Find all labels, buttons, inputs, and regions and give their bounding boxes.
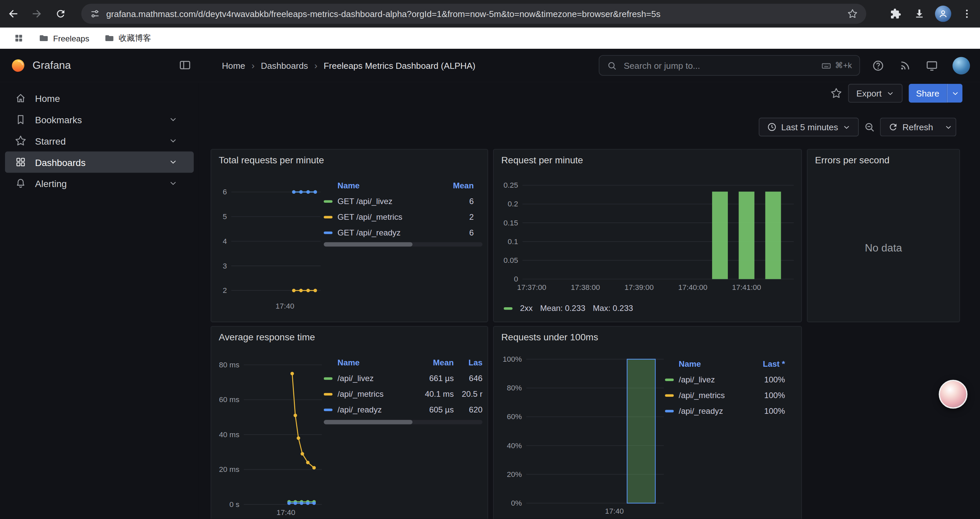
panel-title[interactable]: Errors per second: [808, 150, 959, 165]
chevron-down-icon[interactable]: [169, 136, 177, 145]
favorite-star-icon[interactable]: [830, 88, 842, 99]
downloads-button[interactable]: [908, 3, 930, 24]
legend-col-last[interactable]: Las: [453, 358, 482, 367]
home-icon: [15, 93, 26, 104]
sidebar-item-starred[interactable]: Starred: [5, 130, 194, 152]
reload-button[interactable]: [50, 3, 72, 24]
user-avatar[interactable]: [953, 57, 970, 74]
refresh-button[interactable]: Refresh: [880, 118, 941, 136]
legend-row[interactable]: /api/_metrics 100%: [665, 387, 794, 403]
sidebar-item-label: Alerting: [35, 178, 67, 189]
svg-text:40%: 40%: [507, 442, 522, 450]
bookmark-label: Freeleaps: [53, 34, 89, 43]
panel-title[interactable]: Total requests per minute: [211, 150, 487, 165]
series-last: 20.5 r: [453, 389, 482, 398]
sidebar-item-bookmarks[interactable]: Bookmarks: [5, 109, 194, 130]
bookmark-folder-blogs[interactable]: 收藏博客: [98, 30, 158, 46]
breadcrumb-dashboards[interactable]: Dashboards: [261, 61, 308, 70]
breadcrumb-separator: ›: [314, 60, 317, 71]
profile-button[interactable]: [932, 3, 954, 24]
help-icon[interactable]: [872, 59, 884, 72]
series-swatch: [665, 378, 674, 381]
legend-row[interactable]: GET /api/_livez 6: [324, 193, 483, 209]
bell-icon: [15, 178, 26, 189]
url-bar[interactable]: grafana.mathmast.com/d/deytv4rwavabkb/fr…: [81, 4, 866, 24]
kebab-menu-icon: [961, 8, 973, 19]
grafana-home-link[interactable]: Grafana: [10, 49, 71, 82]
sidebar-item-alerting[interactable]: Alerting: [5, 172, 194, 194]
bookmark-icon: [15, 114, 26, 125]
breadcrumb-separator: ›: [251, 60, 255, 71]
legend-row[interactable]: GET /api/_readyz 6: [324, 225, 483, 241]
back-button[interactable]: [2, 3, 24, 24]
svg-text:0: 0: [514, 275, 519, 283]
reload-icon: [55, 8, 66, 19]
forward-button[interactable]: [26, 3, 48, 24]
search-icon: [607, 61, 617, 70]
series-swatch: [504, 307, 512, 309]
search-box[interactable]: ⌘+k: [599, 55, 860, 76]
legend-inline[interactable]: 2xx Mean: 0.233 Max: 0.233: [504, 303, 633, 313]
legend-row[interactable]: /api/_livez 661 µs 646: [324, 370, 483, 386]
series-swatch: [324, 216, 332, 218]
export-button[interactable]: Export: [848, 84, 902, 102]
share-button[interactable]: Share: [908, 84, 947, 102]
apps-grid-button[interactable]: [7, 31, 30, 46]
legend-col-mean[interactable]: Mean: [410, 358, 453, 367]
sidebar-item-label: Dashboards: [35, 156, 86, 167]
breadcrumb-home[interactable]: Home: [222, 61, 245, 70]
assistant-avatar-button[interactable]: [939, 380, 967, 409]
extensions-button[interactable]: [885, 3, 906, 24]
time-range-picker[interactable]: Last 5 minutes: [759, 118, 859, 136]
series-swatch: [324, 377, 332, 379]
search-shortcut: ⌘+k: [821, 61, 852, 70]
rss-news-icon[interactable]: [899, 59, 911, 72]
browser-menu-button[interactable]: [956, 3, 978, 24]
svg-text:17:40: 17:40: [605, 507, 624, 515]
legend-col-name[interactable]: Name: [665, 359, 701, 368]
legend-table: Name Mean Las /api/_livez 661 µs 646 /ap…: [324, 355, 483, 417]
series-mean: 605 µs: [410, 405, 453, 414]
chevron-down-icon[interactable]: [169, 158, 177, 166]
apps-grid-icon: [14, 33, 24, 43]
legend-row[interactable]: /api/_readyz 605 µs 620: [324, 402, 483, 417]
site-settings-icon[interactable]: [90, 9, 100, 19]
sidebar-item-dashboards[interactable]: Dashboards: [5, 151, 194, 172]
panel-title[interactable]: Average response time: [211, 327, 487, 342]
legend-row[interactable]: /api/_livez 100%: [665, 372, 794, 387]
series-last: 100%: [764, 406, 794, 415]
legend-row[interactable]: /api/_metrics 40.1 ms 20.5 r: [324, 386, 483, 402]
search-input[interactable]: [622, 60, 816, 71]
panel-average-response-time: Average response time 0 s20 ms40 ms60 ms…: [210, 326, 488, 519]
legend-row[interactable]: /api/_readyz 100%: [665, 403, 794, 419]
legend-scrollbar[interactable]: [324, 242, 483, 246]
refresh-interval-button[interactable]: [941, 118, 956, 136]
legend-header: Name Mean Las: [324, 355, 483, 371]
legend-scrollbar[interactable]: [324, 420, 483, 424]
series-max: Max: 0.233: [593, 303, 633, 313]
zoom-out-icon[interactable]: [864, 121, 875, 133]
share-menu-button[interactable]: [947, 84, 963, 102]
chevron-down-icon[interactable]: [169, 115, 177, 124]
legend-col-name[interactable]: Name: [324, 181, 360, 190]
screen: grafana.mathmast.com/d/deytv4rwavabkb/fr…: [0, 0, 980, 519]
legend-header: Name Mean: [324, 177, 483, 193]
chevron-down-icon[interactable]: [169, 179, 177, 188]
legend-col-name[interactable]: Name: [324, 358, 410, 367]
svg-text:20 ms: 20 ms: [219, 465, 239, 474]
sidebar-toggle-button[interactable]: [179, 59, 191, 74]
legend-col-mean[interactable]: Mean: [453, 181, 483, 190]
sidebar-item-home[interactable]: Home: [5, 88, 194, 109]
series-mean: 661 µs: [410, 374, 453, 383]
bookmark-folder-freeleaps[interactable]: Freeleaps: [32, 31, 95, 46]
legend-col-last[interactable]: Last *: [763, 359, 794, 368]
shortcut-label: ⌘+k: [835, 61, 852, 70]
panel-left-icon: [179, 59, 191, 71]
sidebar-item-label: Starred: [35, 136, 66, 146]
monitor-icon[interactable]: [926, 59, 938, 72]
bookmark-star-icon[interactable]: [848, 9, 858, 19]
legend-row[interactable]: GET /api/_metrics 2: [324, 209, 483, 225]
svg-text:20%: 20%: [507, 470, 522, 479]
panel-title[interactable]: Request per minute: [494, 150, 801, 165]
panel-title[interactable]: Requests under 100ms: [494, 327, 801, 342]
